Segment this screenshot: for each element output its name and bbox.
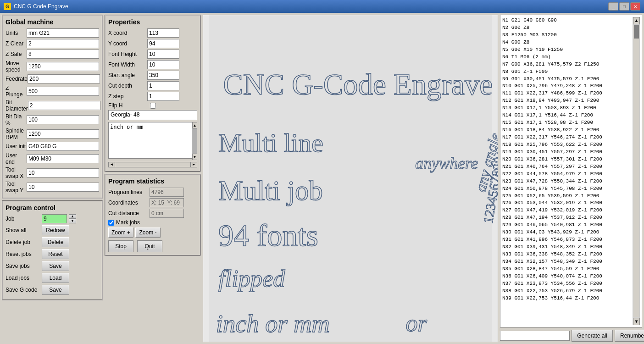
reset-jobs-label: Reset jobs (6, 251, 40, 257)
zoom-minus-button[interactable]: Zoom - (135, 227, 161, 238)
load-button[interactable]: Load (42, 273, 69, 283)
program-statistics-section: Program statistics Program lines Coordin… (105, 174, 201, 256)
bitdia-label: Bit Diameter (6, 99, 28, 112)
gcode-line: N18 G01 X25,796 Y553,622 Z-1 F200 (502, 141, 633, 149)
gcode-line: N26 G01 X53,044 Y532,019 Z-1 F200 (502, 200, 633, 207)
cutdepth-input[interactable] (147, 81, 179, 90)
textarea-scrollbar-right[interactable]: ► (190, 162, 197, 167)
fontheight-label: Font Height (108, 51, 147, 57)
bitdiapct-label: Bit Dia % (6, 113, 27, 126)
toolswapx-input[interactable] (27, 168, 99, 178)
gcode-line: N35 G01 X28,847 Y545,59 Z-1 F200 (502, 266, 633, 273)
reset-button[interactable]: Reset (42, 249, 69, 259)
global-machine-title: Global machine (6, 18, 99, 26)
fontheight-input[interactable] (147, 50, 179, 59)
gcode-line: N32 G01 X39,431 Y548,349 Z-1 F200 (502, 244, 633, 251)
fliph-label: Flip H (108, 102, 147, 109)
fontwidth-input[interactable] (147, 60, 179, 69)
toolswapx-label: Tool swap X (6, 166, 27, 179)
gcode-line: N28 G01 X47,194 Y537,012 Z-1 F200 (502, 214, 633, 222)
gcode-line: N27 G01 X47,419 Y532,019 Z-1 F200 (502, 207, 633, 214)
renumber-button[interactable]: Renumber (615, 330, 644, 342)
text-area[interactable]: inch or mm (108, 122, 197, 159)
status-input[interactable] (500, 331, 570, 341)
canvas-area: CNC G-Code Engrave Multi line anywhere M… (203, 15, 498, 342)
toolswapy-input[interactable] (27, 183, 99, 192)
gcode-line: N23 G01 X47,728 Y550,344 Z-1 F200 (502, 178, 633, 185)
save-jobs-button[interactable]: Save (42, 261, 69, 271)
gcode-line: N10 G01 X25,796 Y479,248 Z-1 F200 (502, 83, 633, 90)
program-control-section: Program control Job ▲ ▼ Show all Redraw … (2, 200, 103, 300)
save-gcode-button[interactable]: Save (42, 285, 69, 295)
redraw-button[interactable]: Redraw (42, 225, 69, 235)
stop-button[interactable]: Stop (108, 240, 133, 252)
startangle-label: Start angle (108, 72, 147, 78)
zstep-input[interactable] (147, 92, 179, 101)
zclear-input[interactable] (27, 39, 99, 48)
userend-input[interactable] (27, 154, 99, 163)
gcode-line: N4 G00 Z8 (502, 39, 633, 46)
job-label: Job (6, 216, 40, 222)
maximize-btn[interactable]: □ (619, 2, 629, 11)
svg-text:Multi job: Multi job (218, 175, 323, 206)
gcode-line: N6 T1 M06 (2 mm) (502, 54, 633, 61)
gcode-scroll-up[interactable]: ▲ (633, 17, 640, 24)
xcoord-input[interactable] (147, 28, 179, 38)
gcode-line: N25 G01 X52,65 Y539,599 Z-1 F200 (502, 193, 633, 200)
feedrate-input[interactable] (28, 74, 100, 83)
zsafe-input[interactable] (27, 50, 99, 59)
gcode-line: N24 G01 X50,878 Y545,708 Z-1 F200 (502, 185, 633, 193)
delete-button[interactable]: Delete (42, 237, 69, 247)
quit-button[interactable]: Quit (137, 240, 162, 252)
coordinates-label: Coordinates (108, 200, 150, 206)
generate-all-button[interactable]: Generate all (572, 330, 613, 342)
gcode-line: N37 G01 X23,973 Y534,556 Z-1 F200 (502, 280, 633, 288)
feedrate-label: Feedrate (6, 76, 28, 82)
markjobs-checkbox[interactable] (108, 220, 114, 226)
cutdistance-value (150, 209, 184, 218)
ycoord-label: Y coord (108, 40, 147, 47)
startangle-input[interactable] (147, 71, 179, 80)
zsafe-label: Z Safe (6, 51, 27, 57)
close-btn[interactable]: ✕ (630, 2, 640, 11)
markjobs-label: Mark jobs (116, 219, 140, 226)
textarea-scrollbar-down[interactable]: ▼ (192, 154, 197, 160)
bitdiapct-input[interactable] (27, 115, 99, 124)
bitdia-input[interactable] (28, 101, 100, 110)
gcode-line: N38 G01 X22,753 Y526,679 Z-1 F200 (502, 288, 633, 295)
movespeed-input[interactable] (27, 62, 99, 71)
gcode-scroll-down[interactable]: ▼ (633, 318, 640, 325)
svg-text:inch or mm: inch or mm (216, 310, 330, 338)
job-input[interactable] (42, 214, 67, 223)
save-jobs-label: Save jobs (6, 263, 40, 269)
gcode-line: N14 G01 X17,1 Y516,44 Z-1 F200 (502, 112, 633, 119)
job-spinner-up[interactable]: ▲ (69, 214, 76, 219)
minimize-btn[interactable]: _ (608, 2, 618, 11)
ycoord-input[interactable] (147, 39, 179, 48)
properties-section: Properties X coord Y coord Font Height F… (105, 15, 201, 172)
title-bar: G CNC G Code Engrave _ □ ✕ (0, 0, 644, 13)
userinit-input[interactable] (27, 142, 99, 151)
textarea-scrollbar-left[interactable]: ◄ (109, 162, 115, 167)
zoom-plus-button[interactable]: Zoom + (108, 227, 133, 238)
gcode-line: N39 G01 X22,753 Y516,44 Z-1 F200 (502, 295, 633, 302)
gcode-content: N1 G21 G40 G80 G90N2 G00 Z8N3 F1250 M03 … (502, 17, 633, 325)
gcode-line: N11 G01 X22,317 Y486,599 Z-1 F200 (502, 90, 633, 97)
app-icon: G (4, 3, 11, 10)
zplunge-input[interactable] (27, 87, 99, 96)
gcode-line: N13 G01 X17,1 Y503,893 Z-1 F200 (502, 105, 633, 112)
units-input[interactable] (27, 28, 99, 38)
program-control-title: Program control (6, 204, 99, 211)
textarea-scrollbar-up[interactable]: ▲ (192, 122, 197, 128)
userinit-label: User init (6, 143, 27, 150)
spindlerpm-input[interactable] (27, 129, 99, 139)
properties-title: Properties (108, 18, 197, 26)
svg-text:or: or (405, 310, 427, 336)
save-gcode-label: Save G code (6, 287, 40, 293)
fliph-checkbox[interactable] (150, 103, 156, 109)
program-statistics-title: Program statistics (108, 178, 197, 185)
job-spinner-down[interactable]: ▼ (69, 219, 76, 223)
gcode-line: N8 G01 Z-1 F500 (502, 68, 633, 76)
gcode-line: N16 G01 X18,84 Y538,922 Z-1 F200 (502, 127, 633, 134)
gcode-line: N19 G01 X30,451 Y557,297 Z-1 F200 (502, 149, 633, 156)
